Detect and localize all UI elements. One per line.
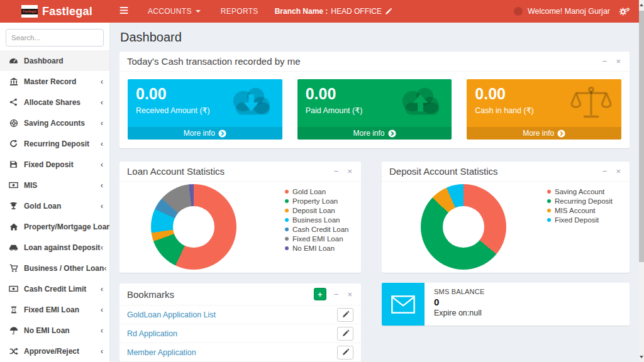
legend-label: Saving Account bbox=[555, 188, 604, 195]
navbar-menu-item-label: REPORTS bbox=[221, 7, 258, 16]
cloud-upload-icon bbox=[396, 85, 444, 121]
sidebar-item[interactable]: Property/Mortgage Loan ‹ bbox=[0, 216, 109, 237]
minimize-button[interactable]: − bbox=[601, 56, 609, 67]
add-bookmark-button[interactable]: + bbox=[314, 288, 326, 300]
more-info-label: More info bbox=[353, 129, 384, 138]
chevron-left-icon: ‹ bbox=[101, 98, 103, 106]
legend-label: Recurring Deposit bbox=[555, 197, 613, 205]
pencil-icon bbox=[385, 8, 392, 15]
scrollbar-thumb[interactable] bbox=[639, 11, 644, 262]
more-info-link[interactable]: More info bbox=[297, 127, 452, 140]
sidebar-item-label: Loan against Deposit bbox=[24, 243, 100, 252]
close-button[interactable]: × bbox=[614, 166, 622, 177]
sidebar-item-label: Recurring Deposit bbox=[24, 140, 89, 148]
navbar-menu-item[interactable]: ACCOUNTS bbox=[138, 0, 211, 23]
sms-expire-text: Expire on:null bbox=[434, 309, 484, 317]
chevron-left-icon: ‹ bbox=[101, 202, 103, 210]
sidebar-item-label: Master Record bbox=[24, 77, 76, 86]
sidebar-item[interactable]: Gold Loan ‹ bbox=[0, 195, 109, 216]
life-ring-icon bbox=[8, 119, 19, 128]
sidebar-nav: Dashboard Master Record ‹ Allocate Share… bbox=[0, 50, 109, 361]
legend-item: Cash Credit Loan bbox=[285, 224, 349, 234]
chevron-left-icon: ‹ bbox=[104, 264, 106, 272]
sidebar-item-label: Gold Loan bbox=[24, 202, 61, 211]
sidebar-item[interactable]: Saving Accounts ‹ bbox=[0, 112, 109, 133]
more-info-link[interactable]: More info bbox=[467, 127, 621, 140]
scroll-up-arrow[interactable] bbox=[640, 4, 643, 6]
sms-icon-tile bbox=[382, 283, 425, 326]
edit-bookmark-button[interactable] bbox=[337, 346, 353, 359]
sidebar-item[interactable]: MIS ‹ bbox=[0, 175, 109, 195]
legend-marker bbox=[547, 218, 551, 222]
brand-title: Fastlegal bbox=[42, 5, 92, 18]
sidebar-item[interactable]: Recurring Deposit ‹ bbox=[0, 133, 109, 154]
minimize-button[interactable]: − bbox=[333, 289, 340, 300]
legend-item: Deposit Loan bbox=[285, 206, 349, 215]
hamburger-icon bbox=[119, 6, 129, 16]
bank-icon bbox=[8, 77, 19, 86]
sidebar-item[interactable]: Allocate Shares ‹ bbox=[0, 92, 109, 112]
sidebar-item[interactable]: Cash Credit Limit ‹ bbox=[0, 278, 109, 299]
bookmark-row: Member Application bbox=[119, 343, 361, 362]
navbar-right: Welcome! Manoj Gurjar bbox=[514, 0, 639, 23]
pencil-icon bbox=[342, 330, 349, 337]
settings-button[interactable] bbox=[619, 7, 630, 16]
user-icon bbox=[514, 7, 523, 16]
more-info-link[interactable]: More info bbox=[128, 127, 282, 140]
chevron-left-icon: ‹ bbox=[101, 140, 103, 148]
legend-item: No EMI Loan bbox=[285, 243, 349, 253]
sidebar-item[interactable]: Loan against Deposit ‹ bbox=[0, 237, 109, 258]
branch-name-control[interactable]: Branch Name : HEAD OFFICE bbox=[269, 7, 398, 16]
bookmark-link[interactable]: Member Application bbox=[127, 348, 196, 357]
close-button[interactable]: × bbox=[346, 289, 353, 300]
chevron-left-icon: ‹ bbox=[101, 347, 103, 355]
chevron-left-icon: ‹ bbox=[101, 119, 103, 127]
scroll-down-arrow[interactable] bbox=[640, 356, 643, 358]
sidebar-item[interactable]: Fixed Deposit ‹ bbox=[0, 154, 109, 175]
bookmark-link[interactable]: Rd Application bbox=[127, 329, 177, 338]
chevron-left-icon: ‹ bbox=[101, 243, 103, 251]
sidebar: Dashboard Master Record ‹ Allocate Share… bbox=[0, 23, 110, 362]
brand-link[interactable]: Fastlegal Fastlegal bbox=[0, 0, 110, 23]
pencil-icon bbox=[342, 349, 349, 356]
sidebar-item[interactable]: Dashboard bbox=[0, 50, 109, 71]
bookmarks-title: Bookmarks bbox=[127, 289, 174, 300]
edit-bookmark-button[interactable] bbox=[337, 308, 353, 322]
bookmark-link[interactable]: GoldLoan Application List bbox=[127, 310, 216, 319]
sidebar-toggle-button[interactable] bbox=[110, 0, 138, 23]
navbar-menu-item[interactable]: REPORTS bbox=[211, 0, 269, 23]
legend-marker bbox=[547, 199, 551, 203]
sidebar-item-label: Dashboard bbox=[24, 57, 64, 65]
user-menu[interactable]: Welcome! Manoj Gurjar bbox=[514, 7, 610, 16]
minimize-button[interactable]: − bbox=[333, 166, 340, 177]
caret-down-icon bbox=[196, 10, 201, 13]
deposit-donut-chart bbox=[421, 184, 506, 270]
chevron-left-icon: ‹ bbox=[101, 160, 103, 168]
edit-bookmark-button[interactable] bbox=[337, 327, 353, 341]
loan-chart-body: Gold Loan Property Loan Deposit Loan bbox=[119, 182, 361, 273]
search-input[interactable] bbox=[6, 30, 110, 46]
minimize-button[interactable]: − bbox=[601, 166, 609, 177]
navbar-menu: ACCOUNTS REPORTS Branch Name : HEAD OFFI… bbox=[110, 0, 398, 23]
umbrella-icon bbox=[8, 326, 19, 335]
more-info-label: More info bbox=[184, 129, 215, 138]
sidebar-item[interactable]: No EMI Loan ‹ bbox=[0, 320, 109, 341]
sidebar-item[interactable]: Fixed EMI Loan ‹ bbox=[0, 299, 109, 320]
bookmarks-list: GoldLoan Application List Rd Application… bbox=[119, 305, 361, 362]
sidebar-item[interactable]: Business / Other Loan ‹ bbox=[0, 258, 109, 278]
close-button[interactable]: × bbox=[614, 56, 622, 67]
close-button[interactable]: × bbox=[346, 166, 353, 177]
vertical-scrollbar[interactable] bbox=[639, 0, 644, 362]
bookmark-row: Rd Application bbox=[119, 324, 361, 343]
bookmarks-panel: Bookmarks + − × GoldLoan Application Lis… bbox=[119, 283, 361, 362]
sidebar-item-label: Fixed Deposit bbox=[24, 160, 74, 169]
sidebar-item[interactable]: Master Record ‹ bbox=[0, 71, 109, 92]
page-title: Dashboard bbox=[119, 23, 630, 51]
app-root: Fastlegal Fastlegal ACCOUNTS REPORTS bbox=[0, 0, 644, 362]
brand-logo: Fastlegal bbox=[21, 5, 38, 18]
sms-balance-value: 0 bbox=[434, 297, 484, 307]
legend-item: Fixed Deposit bbox=[547, 215, 613, 224]
sidebar-item[interactable]: Approve/Reject ‹ bbox=[0, 341, 109, 361]
legend-label: Cash Credit Loan bbox=[292, 226, 349, 233]
sidebar-search bbox=[6, 29, 104, 47]
